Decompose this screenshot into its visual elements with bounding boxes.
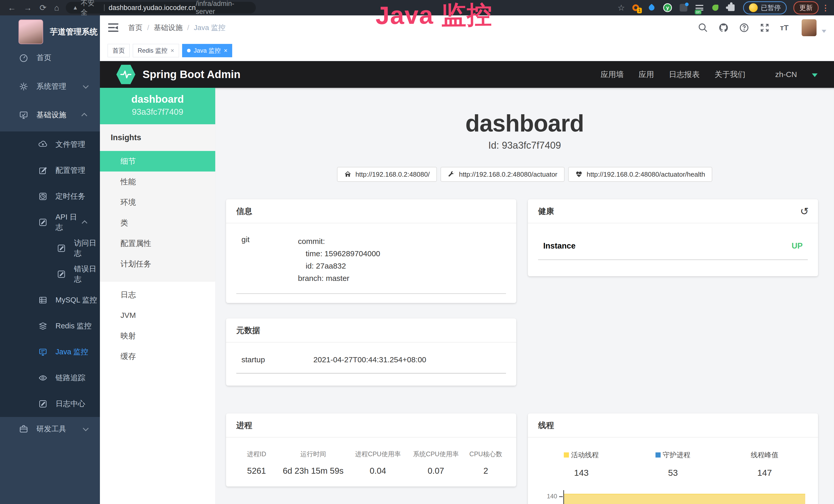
sba-brand[interactable]: Spring Boot Admin: [142, 68, 240, 81]
url-buttons: http://192.168.0.2:48080/ http://192.168…: [215, 167, 834, 182]
nav-about[interactable]: 关于我们: [715, 69, 745, 80]
divider: [538, 259, 808, 260]
help-icon[interactable]: [739, 23, 749, 33]
forward-icon[interactable]: →: [24, 0, 32, 16]
github-icon[interactable]: [719, 23, 729, 33]
extension-leaf-icon[interactable]: [710, 3, 721, 13]
tab-java[interactable]: Java 监控×: [182, 44, 232, 57]
search-icon[interactable]: [698, 23, 708, 33]
service-url-button[interactable]: http://192.168.0.2:48080/: [337, 167, 437, 182]
instance-id: 93a3fc7f7409: [100, 107, 215, 117]
sba-item-classes[interactable]: 类: [100, 212, 215, 233]
threads-legend: 活动线程 143 守护进程 53 线程峰值 147: [535, 450, 810, 478]
extension-colab-icon[interactable]: 1: [631, 3, 641, 13]
back-icon[interactable]: ←: [8, 0, 16, 16]
sba-item-logfile[interactable]: 日志: [100, 284, 215, 305]
cloud-upload-icon: [39, 140, 47, 149]
extension-pin-icon[interactable]: [646, 3, 657, 13]
metadata-value: 2021-04-27T00:44:31.254+08:00: [313, 356, 426, 364]
bookmark-star-icon[interactable]: ☆: [617, 0, 625, 16]
sidebar-item-api-log[interactable]: API 日志: [0, 209, 100, 235]
sba-item-metrics[interactable]: 性能: [100, 171, 215, 192]
active-dot: [187, 49, 191, 52]
sba-logo-icon: [116, 64, 135, 85]
home-icon[interactable]: ⌂: [54, 0, 59, 16]
tab-home[interactable]: 首页: [108, 44, 130, 57]
log-edit-icon: [39, 218, 47, 227]
peak-threads-value: 147: [719, 468, 810, 478]
nav-journal[interactable]: 日志报表: [669, 69, 700, 80]
reload-icon[interactable]: ⟳: [40, 0, 46, 16]
emoji-face-icon: [749, 3, 758, 12]
tab-redis[interactable]: Redis 监控×: [133, 44, 179, 57]
sba-item-details[interactable]: 细节: [100, 151, 215, 171]
sidebar-item-devtools[interactable]: 研发工具: [0, 418, 100, 439]
info-card: 信息 git commit: time: 1596289704000 id: 2…: [226, 199, 516, 303]
chevron-up-icon: [82, 113, 87, 119]
extension-switch-icon[interactable]: on: [694, 3, 705, 13]
edit-icon: [39, 166, 47, 175]
health-card-header: 健康 ↻: [528, 199, 818, 223]
sba-sidebar-others: 日志 JVM 映射 缓存: [100, 281, 215, 367]
address-bar[interactable]: ▲ 不安全 dashboard.yudao.iocoder.cn/infra/a…: [66, 2, 256, 14]
extension-y-icon[interactable]: y: [662, 3, 673, 13]
breadcrumb-home[interactable]: 首页: [128, 23, 142, 32]
logo-row[interactable]: 芋道管理系统: [19, 20, 97, 44]
collapse-sidebar-icon[interactable]: [108, 23, 118, 32]
threads-chart: 140 120 100: [535, 489, 810, 504]
sidebar-item-config[interactable]: 配置管理: [0, 157, 100, 183]
history-icon[interactable]: ↻: [800, 199, 809, 223]
health-instance-label[interactable]: Instance: [543, 241, 576, 251]
sidebar-item-file[interactable]: 文件管理: [0, 132, 100, 157]
header-actions: ᴛT: [687, 19, 826, 36]
sba-item-jvm[interactable]: JVM: [100, 305, 215, 325]
sba-item-scheduled[interactable]: 计划任务: [100, 254, 215, 274]
info-value: commit: time: 1596289704000 id: 27aa832 …: [298, 235, 380, 284]
health-url-button[interactable]: http://192.168.0.2:48080/actuator/health: [568, 167, 712, 182]
sidebar-item-redis[interactable]: Redis 监控: [0, 313, 100, 339]
breadcrumb-infra[interactable]: 基础设施: [154, 23, 183, 32]
health-card-title: 健康: [538, 207, 554, 216]
layers-icon: [39, 322, 47, 330]
update-button[interactable]: 更新: [793, 1, 818, 15]
app-title: 芋道管理系统: [50, 26, 97, 37]
page-title: dashboard: [215, 110, 834, 137]
extensions-puzzle-icon[interactable]: [726, 3, 737, 13]
sidebar-item-error-log[interactable]: 错误日志: [0, 261, 100, 287]
sba-item-mappings[interactable]: 映射: [100, 325, 215, 346]
close-icon[interactable]: ×: [171, 47, 174, 54]
close-icon[interactable]: ×: [224, 47, 227, 54]
sidebar-item-mysql[interactable]: MySQL 监控: [0, 287, 100, 313]
process-card-title: 进程: [226, 413, 516, 437]
sba-item-env[interactable]: 环境: [100, 192, 215, 212]
sidebar-item-trace[interactable]: 链路追踪: [0, 365, 100, 391]
sba-item-configprops[interactable]: 配置属性: [100, 233, 215, 254]
status-badge: UP: [792, 241, 803, 251]
url-host: dashboard.yudao.iocoder.cn: [109, 4, 196, 12]
sidebar-item-job[interactable]: 定时任务: [0, 183, 100, 209]
instance-header[interactable]: dashboard 93a3fc7f7409: [100, 88, 215, 124]
user-avatar[interactable]: [802, 19, 816, 36]
sba-item-caches[interactable]: 缓存: [100, 346, 215, 367]
chevron-down-icon: [812, 73, 817, 77]
sidebar-item-access-log[interactable]: 访问日志: [0, 235, 100, 261]
breadcrumb-current: Java 监控: [194, 23, 225, 32]
sidebar-item-log-center[interactable]: 日志中心: [0, 391, 100, 417]
infra-submenu: 文件管理 配置管理 定时任务 API 日志 访问日志 错误日志: [0, 132, 100, 417]
actuator-url-button[interactable]: http://192.168.0.2:48080/actuator: [440, 167, 565, 182]
nav-applications[interactable]: 应用: [639, 69, 654, 80]
fullscreen-icon[interactable]: [760, 23, 770, 33]
sidebar-item-infra[interactable]: 基础设施: [0, 105, 100, 125]
divider: [236, 293, 506, 294]
sidebar-item-home[interactable]: 首页: [0, 47, 100, 68]
sidebar-item-system[interactable]: 系统管理: [0, 76, 100, 97]
extension-grid-icon[interactable]: [678, 3, 688, 13]
font-size-icon[interactable]: ᴛT: [780, 23, 790, 33]
sidebar-item-java[interactable]: Java 监控: [0, 339, 100, 365]
nav-wallboard[interactable]: 应用墙: [600, 69, 623, 80]
browser-menu-icon[interactable]: ⋮: [822, 3, 829, 12]
paused-chip[interactable]: 已暂停: [743, 1, 787, 15]
metadata-card-title: 元数据: [226, 318, 516, 343]
language-select[interactable]: zh-CN: [760, 70, 817, 79]
user-menu-caret-icon[interactable]: [822, 30, 826, 33]
